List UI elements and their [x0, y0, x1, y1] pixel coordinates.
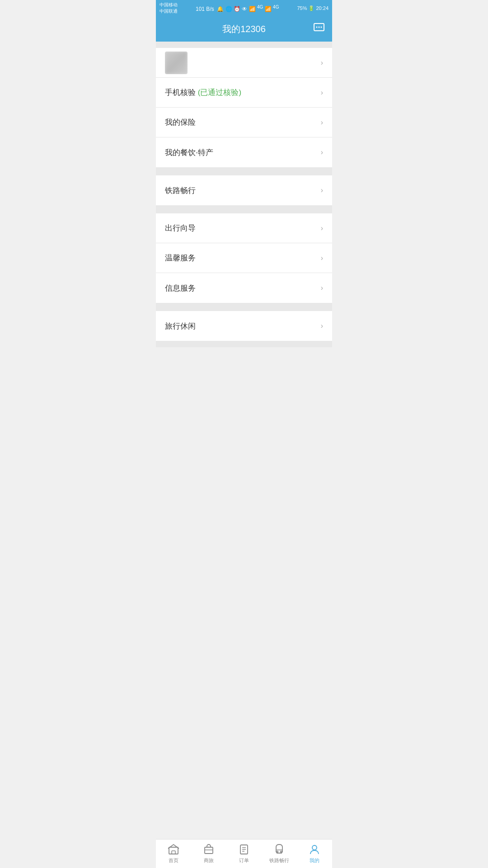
- phone-verify-label: 手机核验 (已通过核验): [165, 87, 241, 98]
- home-icon: [168, 844, 179, 855]
- phone-verify-content: 手机核验 (已通过核验): [165, 87, 241, 98]
- nav-rail[interactable]: 铁路畅行: [262, 844, 297, 864]
- chevron-icon: ›: [321, 224, 323, 232]
- svg-rect-6: [205, 847, 213, 854]
- warm-service-label: 温馨服务: [165, 253, 196, 263]
- header: 我的12306: [156, 16, 332, 42]
- chevron-icon: ›: [321, 89, 323, 97]
- chevron-icon: ›: [321, 118, 323, 127]
- svg-rect-5: [172, 851, 175, 854]
- carrier-info: 中国移动 中国联通: [160, 2, 178, 14]
- info-service-row[interactable]: 信息服务 ›: [156, 273, 332, 303]
- spacer-2: [156, 205, 332, 213]
- insurance-row[interactable]: 我的保险 ›: [156, 108, 332, 137]
- leisure-travel-row[interactable]: 旅行休闲 ›: [156, 311, 332, 341]
- nav-mine-label: 我的: [310, 857, 319, 864]
- dining-label: 我的餐饮·特产: [165, 147, 213, 158]
- nav-rail-label: 铁路畅行: [269, 857, 289, 864]
- leisure-travel-label: 旅行休闲: [165, 321, 196, 331]
- rail-travel-label: 铁路畅行: [165, 185, 196, 196]
- spacer-1: [156, 167, 332, 175]
- section-rail: 铁路畅行 ›: [156, 175, 332, 205]
- svg-point-3: [321, 27, 322, 28]
- info-service-label: 信息服务: [165, 283, 196, 293]
- travel-guide-row[interactable]: 出行向导 ›: [156, 213, 332, 243]
- rail-travel-row[interactable]: 铁路畅行 ›: [156, 175, 332, 205]
- page-title: 我的12306: [222, 23, 266, 35]
- dining-content: 我的餐饮·特产: [165, 147, 213, 158]
- rail-icon: [273, 844, 285, 855]
- network-speed: 101 B/s 🔔 🌐 ⏰ 👁 📶 4G 📶 4G: [196, 5, 279, 12]
- section-account: › 手机核验 (已通过核验) › 我的保险 › 我的餐饮·特产 ›: [156, 48, 332, 167]
- chevron-icon: ›: [321, 186, 323, 194]
- profile-content: [165, 52, 188, 74]
- svg-point-2: [319, 27, 320, 28]
- status-bar: 中国移动 中国联通 101 B/s 🔔 🌐 ⏰ 👁 📶 4G 📶 4G 75% …: [156, 0, 332, 16]
- phone-verify-row[interactable]: 手机核验 (已通过核验) ›: [156, 78, 332, 108]
- leisure-travel-content: 旅行休闲: [165, 321, 196, 331]
- warm-service-row[interactable]: 温馨服务 ›: [156, 243, 332, 273]
- business-icon: [203, 844, 215, 855]
- orders-icon: [238, 844, 250, 855]
- travel-guide-content: 出行向导: [165, 223, 196, 233]
- status-right: 75% 🔋 20:24: [297, 5, 328, 11]
- profile-row[interactable]: ›: [156, 48, 332, 78]
- nav-home-label: 首页: [169, 857, 178, 864]
- dining-row[interactable]: 我的餐饮·特产 ›: [156, 137, 332, 167]
- chevron-icon: ›: [321, 254, 323, 262]
- chevron-icon: ›: [321, 148, 323, 156]
- spacer-3: [156, 303, 332, 311]
- bottom-nav: 首页 商旅 订单 铁路畅行 我的: [156, 839, 332, 868]
- avatar: [165, 52, 188, 74]
- insurance-content: 我的保险: [165, 117, 196, 127]
- section-services: 出行向导 › 温馨服务 › 信息服务 ›: [156, 213, 332, 303]
- message-icon[interactable]: [313, 22, 325, 36]
- warm-service-content: 温馨服务: [165, 253, 196, 263]
- mine-icon: [309, 844, 320, 855]
- travel-guide-label: 出行向导: [165, 223, 196, 233]
- top-spacer: [156, 42, 332, 48]
- nav-orders[interactable]: 订单: [226, 844, 262, 864]
- nav-mine[interactable]: 我的: [297, 844, 332, 864]
- nav-home[interactable]: 首页: [156, 844, 191, 864]
- svg-point-15: [312, 845, 317, 850]
- bottom-spacer: [156, 341, 332, 347]
- svg-point-14: [281, 851, 282, 853]
- content-area: › 手机核验 (已通过核验) › 我的保险 › 我的餐饮·特产 ›: [156, 42, 332, 376]
- insurance-label: 我的保险: [165, 117, 196, 127]
- rail-travel-content: 铁路畅行: [165, 185, 196, 196]
- svg-point-1: [316, 27, 318, 28]
- chevron-icon: ›: [321, 59, 323, 67]
- section-leisure: 旅行休闲 ›: [156, 311, 332, 341]
- chevron-icon: ›: [321, 322, 323, 330]
- nav-business[interactable]: 商旅: [191, 844, 226, 864]
- info-service-content: 信息服务: [165, 283, 196, 293]
- nav-orders-label: 订单: [239, 857, 249, 864]
- chevron-icon: ›: [321, 284, 323, 292]
- nav-business-label: 商旅: [204, 857, 214, 864]
- svg-point-13: [277, 851, 278, 853]
